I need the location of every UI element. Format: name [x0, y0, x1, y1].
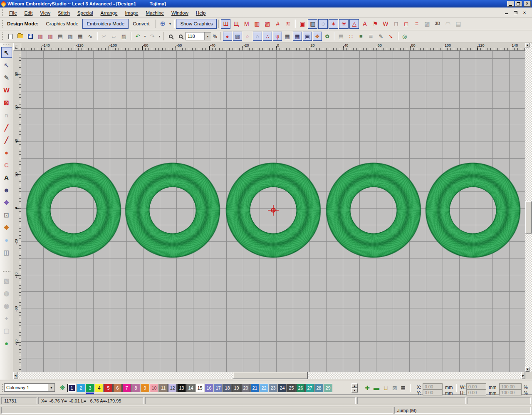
embroidery-ring-object[interactable]	[325, 162, 422, 258]
fill-effect-icon[interactable]: ▣	[297, 19, 307, 29]
reshape-tool[interactable]: ↖	[1, 60, 12, 70]
show-connectors-icon[interactable]: ◌	[253, 32, 262, 41]
radial-fill-icon[interactable]: ☀	[339, 19, 349, 29]
menu-edit[interactable]: Edit	[21, 9, 37, 17]
lettering-tool[interactable]: A	[1, 172, 12, 183]
select-tool[interactable]: ↖	[1, 47, 12, 58]
closed-object-tool[interactable]: ╱	[1, 134, 12, 145]
lattice-stitch-icon[interactable]: #	[273, 19, 282, 29]
color-swatch-21[interactable]: 21	[250, 384, 259, 392]
color-swatch-10[interactable]: 10	[150, 384, 158, 392]
auto-digitize-icon[interactable]: ➘	[386, 32, 396, 41]
scroll-left-button[interactable]: ◄	[13, 372, 17, 379]
wave-effect-icon[interactable]: W	[381, 19, 390, 29]
palette-scroll-down[interactable]: ▼	[351, 388, 358, 393]
color-swatch-15[interactable]: 15	[195, 384, 204, 392]
color-swatch-3[interactable]: 3	[86, 384, 94, 392]
palette-scroll-up[interactable]: ▲	[351, 383, 358, 388]
show-vectors-icon[interactable]: ❖	[313, 32, 322, 41]
column-c-tool[interactable]: ∩	[1, 109, 12, 120]
zoom-tool-icon[interactable]	[176, 32, 185, 41]
vertical-scroll-thumb[interactable]	[525, 201, 532, 234]
new-design-icon[interactable]	[6, 32, 15, 41]
color-swatch-11[interactable]: 11	[159, 384, 168, 392]
paste-icon[interactable]: ▨	[119, 32, 129, 41]
color-swatch-16[interactable]: 16	[205, 384, 213, 392]
scroll-right-button[interactable]: ►	[521, 372, 525, 379]
vertical-scrollbar[interactable]: ▲ ▼	[525, 43, 532, 372]
zoom-combo-dropdown-icon[interactable]: ▼	[204, 32, 211, 40]
menu-help[interactable]: Help	[192, 9, 210, 17]
applique-tool[interactable]: ☻	[1, 184, 12, 195]
mirror-ellipse-tool[interactable]: ●	[1, 234, 12, 245]
menu-file[interactable]: File	[5, 9, 21, 17]
color-swatch-20[interactable]: 20	[241, 384, 250, 392]
no-fill-icon[interactable]: ⊠	[390, 383, 399, 393]
show-stitch-points-icon[interactable]: ∴	[263, 32, 272, 41]
ring-object-tool[interactable]: C	[1, 159, 12, 170]
scroll-down-button[interactable]: ▼	[525, 367, 530, 372]
menu-window[interactable]: Window	[168, 9, 192, 17]
effect-3d-icon[interactable]: 3D	[433, 19, 442, 29]
stitch-player-icon[interactable]: ∿	[86, 32, 95, 41]
freehand-embroidery-tool[interactable]: W	[1, 84, 12, 95]
color-swatch-27[interactable]: 27	[305, 384, 314, 392]
minimize-button[interactable]	[507, 1, 514, 7]
circle-object-tool[interactable]: ●	[1, 147, 12, 158]
show-grid-icon[interactable]: ▦	[283, 32, 292, 41]
zoom-level-combo[interactable]: 118 ▼	[186, 32, 211, 40]
color-object-tool[interactable]: ●	[1, 338, 12, 348]
menu-view[interactable]: View	[36, 9, 54, 17]
show-graphics-button[interactable]: Show Graphics	[176, 19, 217, 29]
embroidery-ring-object[interactable]	[25, 162, 122, 258]
toolbar1-grip[interactable]	[2, 20, 4, 27]
dotted-circle-icon[interactable]: ◌	[318, 19, 328, 29]
show-needle-icon[interactable]: ψ	[273, 32, 282, 41]
triangle-fill-icon[interactable]: △	[349, 19, 359, 29]
stitch-list-icon[interactable]: ≣	[366, 32, 376, 41]
toolbox-grip[interactable]	[3, 44, 10, 45]
colorway-dropdown-icon[interactable]: ▼	[48, 384, 54, 391]
flag-effect-icon[interactable]: ⚑	[370, 19, 380, 29]
colorway-combo[interactable]: Colorway 1 ▼	[4, 383, 55, 392]
color-film-icon[interactable]: ≡	[356, 32, 366, 41]
embroidery-mode-button[interactable]: Embroidery Mode	[82, 19, 129, 29]
color-swatch-1[interactable]: 1	[67, 384, 76, 392]
menubar-grip[interactable]	[2, 9, 4, 16]
menu-machine[interactable]: Machine	[142, 9, 167, 17]
color-swatch-7[interactable]: 7	[122, 384, 131, 392]
doc-close-button[interactable]: ×	[521, 10, 528, 15]
run-stitch-icon[interactable]: ▥	[252, 19, 262, 29]
color-swatch-14[interactable]: 14	[186, 384, 195, 392]
offsets-tool[interactable]: ⊡	[1, 209, 12, 220]
color-swatch-23[interactable]: 23	[269, 384, 277, 392]
kaleidoscope-tool[interactable]: ❋	[1, 222, 12, 233]
color-swatch-9[interactable]: 9	[141, 384, 149, 392]
close-button[interactable]: ×	[524, 1, 531, 7]
print-preview-icon[interactable]: ▧	[66, 32, 75, 41]
show-background-icon[interactable]: ▣	[303, 32, 312, 41]
color-swatch-29[interactable]: 29	[324, 384, 332, 392]
thread-dispenser-icon[interactable]: ⊔	[381, 383, 390, 393]
remove-color-icon[interactable]: ▬	[372, 383, 381, 393]
dot-grid-icon[interactable]: ∷	[346, 32, 356, 41]
monogramming-tool[interactable]: ❖	[1, 197, 12, 208]
show-stitches-icon[interactable]: ●	[223, 32, 232, 41]
zigzag-stitch-icon[interactable]: M	[242, 19, 251, 29]
read-machine-file-icon[interactable]: ▥	[46, 32, 55, 41]
star-fill-icon[interactable]: ✶	[329, 19, 338, 29]
slow-redraw-icon[interactable]: ✿	[323, 32, 332, 41]
color-swatch-28[interactable]: 28	[314, 384, 323, 392]
ruler-corner-button[interactable]	[13, 43, 21, 51]
hoop-globe-dropdown[interactable]: ⊕	[158, 19, 167, 29]
embroidery-ring-object[interactable]	[425, 162, 521, 258]
scroll-up-button[interactable]: ▲	[525, 43, 530, 47]
mirror-columns-tool[interactable]: ◫	[1, 247, 12, 258]
zoom-box-icon[interactable]	[166, 32, 175, 41]
add-color-icon[interactable]: ✚	[363, 383, 372, 393]
color-swatch-26[interactable]: 26	[296, 384, 305, 392]
contour-stitch-icon[interactable]: ≋	[283, 19, 293, 29]
program-split-icon[interactable]: ▨	[262, 19, 272, 29]
print-icon[interactable]: ▤	[56, 32, 65, 41]
menu-special[interactable]: Special	[74, 9, 97, 17]
